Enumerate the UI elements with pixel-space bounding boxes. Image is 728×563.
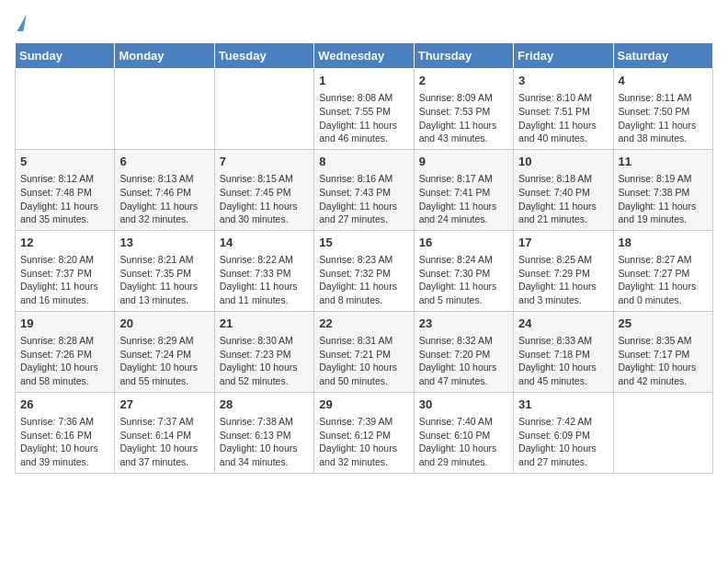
calendar-cell: 28Sunrise: 7:38 AMSunset: 6:13 PMDayligh… [214,392,313,473]
day-number: 24 [518,316,608,332]
day-info: Sunset: 7:18 PM [518,348,608,362]
calendar-cell [115,69,214,150]
day-info: Daylight: 11 hours and 5 minutes. [419,280,508,306]
day-number: 5 [20,154,109,170]
day-number: 17 [518,235,608,251]
day-info: Daylight: 11 hours and 3 minutes. [518,280,608,306]
day-info: Sunrise: 8:25 AM [518,253,608,267]
day-info: Sunset: 7:37 PM [20,267,109,281]
day-number: 1 [319,73,408,89]
day-info: Sunrise: 8:10 AM [518,91,608,105]
day-number: 16 [419,235,508,251]
weekday-header: Saturday [613,43,712,69]
day-info: Sunrise: 8:20 AM [20,253,109,267]
calendar-cell: 7Sunrise: 8:15 AMSunset: 7:45 PMDaylight… [214,149,313,230]
day-number: 14 [220,235,309,251]
day-info: Sunset: 7:46 PM [119,186,209,200]
calendar-cell: 31Sunrise: 7:42 AMSunset: 6:09 PMDayligh… [514,392,613,473]
day-number: 6 [119,154,209,170]
day-info: Sunrise: 7:38 AM [220,415,309,429]
day-number: 19 [20,316,109,332]
day-number: 23 [419,316,508,332]
page-header [15,15,713,31]
day-info: Sunset: 7:33 PM [220,267,309,281]
day-info: Sunrise: 8:27 AM [619,253,708,267]
day-number: 31 [518,396,608,413]
day-number: 3 [518,73,608,89]
weekday-header: Monday [115,43,214,69]
day-info: Daylight: 11 hours and 43 minutes. [419,119,508,145]
day-info: Sunrise: 8:29 AM [119,334,209,348]
day-info: Sunrise: 7:37 AM [119,415,209,429]
day-number: 13 [119,235,209,251]
day-number: 15 [319,235,408,251]
day-info: Sunset: 7:41 PM [419,186,508,200]
day-info: Daylight: 10 hours and 37 minutes. [119,442,209,468]
day-info: Daylight: 11 hours and 40 minutes. [518,119,608,145]
day-number: 21 [220,316,309,332]
day-info: Sunset: 6:12 PM [319,429,408,442]
day-number: 28 [220,396,309,413]
day-info: Sunrise: 8:09 AM [419,91,508,105]
day-number: 20 [119,316,209,332]
day-number: 30 [419,396,508,413]
day-number: 27 [119,396,209,413]
day-info: Daylight: 11 hours and 13 minutes. [119,280,209,306]
day-info: Sunset: 7:53 PM [419,105,508,119]
day-info: Daylight: 10 hours and 39 minutes. [20,442,109,468]
day-number: 9 [419,154,508,170]
day-info: Sunset: 7:45 PM [220,186,309,200]
day-info: Sunset: 7:30 PM [419,267,508,281]
day-info: Sunrise: 8:15 AM [220,172,309,186]
day-info: Daylight: 11 hours and 38 minutes. [619,119,708,145]
day-number: 25 [619,316,708,332]
calendar-cell: 24Sunrise: 8:33 AMSunset: 7:18 PMDayligh… [514,311,613,392]
day-info: Sunrise: 7:39 AM [319,415,408,429]
day-number: 12 [20,235,109,251]
calendar-cell: 3Sunrise: 8:10 AMSunset: 7:51 PMDaylight… [514,69,613,150]
calendar-cell: 17Sunrise: 8:25 AMSunset: 7:29 PMDayligh… [514,230,613,311]
day-info: Daylight: 11 hours and 11 minutes. [220,280,309,306]
day-info: Sunrise: 8:18 AM [518,172,608,186]
day-info: Sunset: 7:17 PM [619,348,708,362]
day-info: Sunset: 7:51 PM [518,105,608,119]
day-info: Daylight: 11 hours and 27 minutes. [319,200,408,226]
calendar-cell: 26Sunrise: 7:36 AMSunset: 6:16 PMDayligh… [16,392,115,473]
day-number: 7 [220,154,309,170]
calendar-week-row: 5Sunrise: 8:12 AMSunset: 7:48 PMDaylight… [16,149,713,230]
calendar-cell [613,392,712,473]
calendar-cell: 4Sunrise: 8:11 AMSunset: 7:50 PMDaylight… [613,69,712,150]
day-info: Sunrise: 8:28 AM [20,334,109,348]
day-number: 26 [20,396,109,413]
day-info: Sunset: 7:50 PM [619,105,708,119]
day-info: Daylight: 11 hours and 46 minutes. [319,119,408,145]
day-info: Daylight: 10 hours and 47 minutes. [419,361,508,387]
day-info: Daylight: 10 hours and 52 minutes. [220,361,309,387]
day-info: Daylight: 11 hours and 32 minutes. [119,200,209,226]
day-info: Sunset: 7:55 PM [319,105,408,119]
day-info: Daylight: 10 hours and 50 minutes. [319,361,408,387]
day-info: Sunrise: 8:31 AM [319,334,408,348]
calendar-cell: 16Sunrise: 8:24 AMSunset: 7:30 PMDayligh… [414,230,513,311]
calendar-cell: 25Sunrise: 8:35 AMSunset: 7:17 PMDayligh… [613,311,712,392]
day-info: Sunset: 7:26 PM [20,348,109,362]
calendar-week-row: 12Sunrise: 8:20 AMSunset: 7:37 PMDayligh… [16,230,713,311]
calendar-cell: 1Sunrise: 8:08 AMSunset: 7:55 PMDaylight… [314,69,414,150]
calendar-cell: 30Sunrise: 7:40 AMSunset: 6:10 PMDayligh… [414,392,513,473]
day-info: Sunrise: 8:22 AM [220,253,309,267]
calendar-cell: 8Sunrise: 8:16 AMSunset: 7:43 PMDaylight… [314,149,414,230]
day-info: Daylight: 11 hours and 35 minutes. [20,200,109,226]
calendar-cell: 19Sunrise: 8:28 AMSunset: 7:26 PMDayligh… [16,311,115,392]
day-info: Sunrise: 8:13 AM [119,172,209,186]
day-info: Sunrise: 8:30 AM [220,334,309,348]
day-number: 10 [518,154,608,170]
day-info: Daylight: 10 hours and 29 minutes. [419,442,508,468]
day-info: Daylight: 11 hours and 30 minutes. [220,200,309,226]
day-info: Sunset: 7:48 PM [20,186,109,200]
day-info: Sunset: 7:23 PM [220,348,309,362]
calendar-week-row: 26Sunrise: 7:36 AMSunset: 6:16 PMDayligh… [16,392,713,473]
day-info: Sunrise: 7:36 AM [20,415,109,429]
day-info: Sunrise: 8:12 AM [20,172,109,186]
weekday-header: Friday [514,43,613,69]
day-info: Sunset: 7:40 PM [518,186,608,200]
